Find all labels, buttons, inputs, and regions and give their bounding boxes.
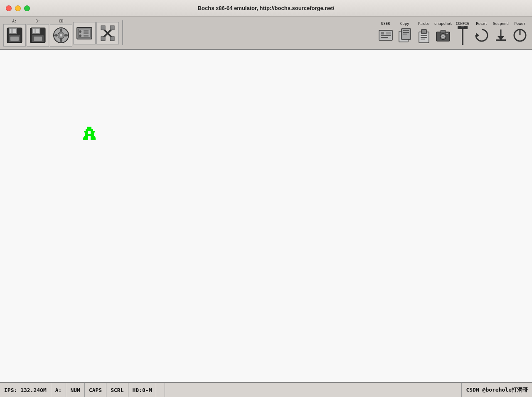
svg-point-17	[79, 30, 81, 33]
minimize-button[interactable]	[15, 5, 21, 11]
svg-point-18	[79, 34, 81, 37]
user-label: USER	[381, 22, 390, 26]
svg-rect-26	[101, 37, 105, 41]
paste-button[interactable]: Paste	[415, 22, 433, 44]
emulator-display[interactable]	[0, 50, 532, 382]
titlebar: Bochs x86-64 emulator, http://bochs.sour…	[0, 0, 532, 17]
svg-rect-11	[34, 37, 42, 41]
svg-rect-59	[87, 127, 91, 129]
svg-rect-20	[84, 32, 89, 34]
suspend-icon	[492, 27, 510, 44]
svg-rect-48	[441, 30, 446, 33]
user-icon	[377, 27, 394, 44]
power-icon	[511, 27, 529, 44]
svg-rect-52	[461, 26, 464, 27]
svg-rect-68	[83, 137, 88, 140]
drive-b-label: B:	[36, 19, 40, 23]
toolbar-actions: USER Copy	[377, 22, 529, 44]
window-controls	[6, 5, 30, 11]
toolbar: A: B:	[0, 17, 532, 50]
svg-rect-25	[110, 26, 114, 30]
svg-rect-35	[403, 30, 409, 31]
svg-rect-21	[84, 35, 89, 37]
snapshot-label: snapshot	[434, 22, 452, 26]
drive-net-button[interactable]	[96, 22, 119, 44]
suspend-label: Suspend	[493, 22, 509, 26]
svg-rect-31	[381, 37, 388, 38]
drive-b-group: B:	[27, 19, 49, 47]
svg-rect-29	[381, 32, 384, 34]
svg-rect-9	[34, 29, 36, 33]
statusbar: IPS: 132.240M A: NUM CAPS SCRL HD:0-M CS…	[0, 382, 532, 397]
svg-point-47	[442, 36, 444, 37]
svg-rect-63	[85, 132, 88, 134]
status-ips: IPS: 132.240M	[0, 383, 51, 397]
status-credit: CSDN @borehole打洞哥	[461, 383, 532, 397]
svg-rect-61	[84, 131, 88, 132]
reset-icon	[473, 27, 490, 44]
status-a-drive: A:	[51, 383, 66, 397]
reset-label: Reset	[476, 22, 487, 26]
user-button[interactable]: USER	[377, 22, 394, 44]
drive-cd-label: CD	[59, 19, 64, 23]
config-button[interactable]: CONFIG	[454, 22, 471, 44]
svg-rect-49	[446, 33, 448, 34]
svg-rect-36	[403, 32, 409, 33]
config-icon	[454, 27, 471, 44]
maximize-button[interactable]	[24, 5, 30, 11]
drive-a-button[interactable]	[3, 24, 26, 47]
svg-point-14	[60, 34, 62, 37]
status-num: NUM	[66, 383, 84, 397]
drive-a-group: A:	[3, 19, 26, 47]
svg-rect-27	[110, 37, 114, 41]
svg-rect-60	[86, 129, 93, 131]
svg-rect-66	[84, 136, 88, 137]
drive-net-group	[96, 21, 119, 44]
copy-icon	[396, 27, 414, 44]
paste-icon	[415, 27, 433, 44]
drive-hd-group	[73, 21, 96, 44]
svg-rect-64	[91, 132, 94, 134]
drive-cd-button[interactable]	[50, 24, 72, 47]
svg-rect-30	[381, 35, 391, 36]
reset-button[interactable]: Reset	[473, 22, 490, 44]
drive-a-label: A:	[12, 19, 17, 23]
status-hd: HD:0-M	[128, 383, 157, 397]
svg-rect-5	[10, 37, 19, 41]
svg-rect-41	[421, 35, 427, 36]
copy-button[interactable]: Copy	[396, 22, 414, 44]
power-button[interactable]: Power	[511, 22, 529, 44]
svg-rect-24	[101, 26, 105, 30]
svg-rect-69	[91, 137, 96, 140]
snapshot-button[interactable]: snapshot	[434, 22, 452, 44]
suspend-button[interactable]: Suspend	[492, 22, 510, 44]
toolbar-separator-1	[122, 20, 123, 45]
close-button[interactable]	[6, 5, 12, 11]
window-title: Bochs x86-64 emulator, http://bochs.sour…	[198, 5, 335, 11]
svg-rect-42	[421, 37, 427, 38]
copy-label: Copy	[400, 22, 409, 26]
snapshot-icon	[434, 27, 452, 44]
cursor-character	[83, 127, 96, 146]
drive-b-button[interactable]	[27, 24, 49, 47]
svg-rect-43	[421, 39, 425, 39]
paste-label: Paste	[418, 22, 429, 26]
status-caps: CAPS	[85, 383, 106, 397]
svg-marker-53	[476, 33, 479, 38]
toolbar-drives: A: B:	[3, 19, 119, 47]
status-scrl: SCRL	[106, 383, 128, 397]
svg-rect-37	[403, 34, 407, 34]
drive-hd-button[interactable]	[73, 22, 96, 44]
status-empty-1	[156, 383, 165, 397]
svg-rect-3	[11, 29, 13, 33]
svg-rect-19	[84, 30, 89, 32]
svg-rect-40	[422, 30, 426, 33]
power-label: Power	[514, 22, 525, 26]
svg-rect-32	[386, 32, 391, 34]
drive-cd-group: CD	[50, 19, 72, 47]
svg-rect-62	[91, 131, 95, 132]
svg-rect-65	[85, 134, 94, 136]
svg-rect-67	[91, 136, 95, 137]
